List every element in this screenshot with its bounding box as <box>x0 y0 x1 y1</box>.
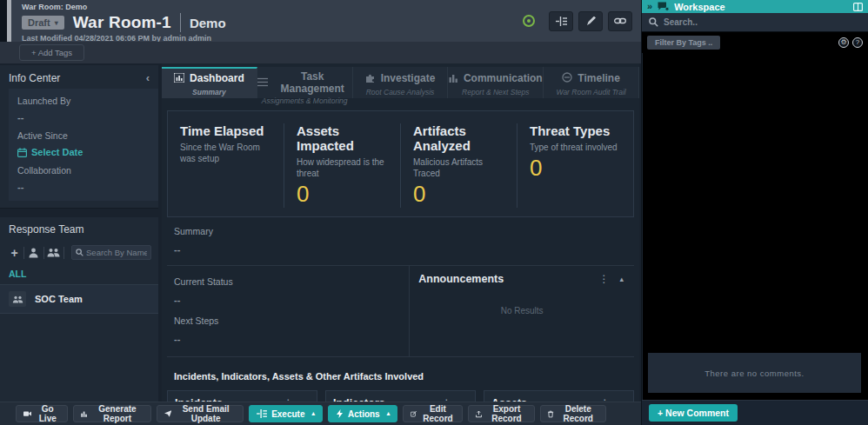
info-sidebar: Info Center ‹ Launched By -- Active Sinc… <box>0 65 158 402</box>
title-divider <box>180 13 181 32</box>
info-center-panel: Info Center ‹ Launched By -- Active Sinc… <box>0 65 158 209</box>
add-tags-button[interactable]: + Add Tags <box>19 44 84 61</box>
person-icon[interactable] <box>28 248 39 258</box>
kebab-menu-icon[interactable]: ⋮ <box>590 273 618 285</box>
tab-investigate[interactable]: Investigate Root Cause Analysis <box>353 67 449 98</box>
stat-artifacts-analyzed: Artifacts Analyzed Malicious Artifacts T… <box>400 123 517 208</box>
info-fields: Launched By -- Active Since Select Date … <box>9 89 158 201</box>
team-search-box[interactable] <box>71 245 151 260</box>
status-announcements-row: Current Status -- Next Steps -- Announce… <box>167 266 634 357</box>
announcements-panel: Announcements ⋮ ▴ No Results <box>410 266 634 356</box>
trash-icon <box>548 409 553 419</box>
new-comment-button[interactable]: + New Comment <box>649 404 738 422</box>
timeline-icon <box>562 70 572 86</box>
status-indicator-icon <box>523 15 535 27</box>
pencil-icon <box>586 17 596 26</box>
delete-record-button[interactable]: Delete Record <box>540 405 606 422</box>
record-actions: Edit Record Export Record Delete Record <box>403 405 632 422</box>
tab-task-management[interactable]: Task Management Assignments & Monitoring <box>257 67 353 98</box>
assets-panel: Assets ⋮ ▴ No Results <box>484 390 634 402</box>
tab-timeline[interactable]: Timeline War Room Audit Trail <box>544 67 639 98</box>
gear-icon[interactable]: ⚙ <box>838 37 849 48</box>
war-room-cli-button[interactable] <box>549 11 573 31</box>
edit-icon <box>411 409 417 418</box>
team-group-icon <box>9 291 26 307</box>
war-room-header: War Room: Demo Draft ▾ War Room-1 Demo L… <box>0 0 641 42</box>
help-icon[interactable]: ? <box>852 37 863 48</box>
header-main: War Room: Demo Draft ▾ War Room-1 Demo L… <box>11 0 523 42</box>
field-value: -- <box>17 182 150 192</box>
team-list-item[interactable]: SOC Team <box>0 284 158 314</box>
go-live-button[interactable]: Go Live <box>16 405 68 422</box>
send-email-update-button[interactable]: Send Email Update <box>157 405 244 422</box>
cli-icon <box>556 17 567 26</box>
calendar-icon <box>17 148 27 157</box>
field-label: Active Since <box>17 130 150 141</box>
workspace-search-bar[interactable] <box>642 13 868 32</box>
layout-columns-icon[interactable] <box>853 3 863 11</box>
export-record-button[interactable]: Export Record <box>468 405 536 422</box>
response-team-title: Response Team <box>9 223 84 236</box>
team-search-input[interactable] <box>86 248 147 257</box>
stat-threat-types: Threat Types Type of threat involved 0 <box>517 123 633 208</box>
workspace-title: Workspace <box>674 2 848 12</box>
response-team-panel: Response Team + ALL <box>0 217 158 425</box>
select-date-link[interactable]: Select Date <box>17 147 150 157</box>
task-list-icon <box>257 75 268 90</box>
dashboard-content: Time Elapsed Since the War Room was setu… <box>162 98 639 402</box>
copy-link-button[interactable] <box>608 11 632 31</box>
stats-panel: Time Elapsed Since the War Room was setu… <box>167 110 634 217</box>
field-label: Collaboration <box>17 165 150 176</box>
send-icon <box>164 409 171 418</box>
status-badge-label: Draft <box>28 17 50 28</box>
page-title: War Room-1 <box>73 13 171 32</box>
incidents-panel: Incidents ⋮ ▴ No Results <box>167 390 317 402</box>
war-room-main-region: War Room: Demo Draft ▾ War Room-1 Demo L… <box>0 0 641 425</box>
info-center-title: Info Center <box>9 72 60 84</box>
workspace-panel: » Workspace Filter By Tags .. ⚙ ? There … <box>642 0 868 425</box>
action-toolbar: Go Live Generate Report Send Email Updat… <box>0 402 641 425</box>
collapse-sidebar-icon[interactable]: ‹ <box>146 71 150 84</box>
export-icon <box>476 409 482 419</box>
search-icon <box>76 249 83 256</box>
header-actions <box>523 0 641 42</box>
tags-row: + Add Tags <box>0 42 641 63</box>
filter-all-link[interactable]: ALL <box>0 265 158 284</box>
header-left-gutter <box>0 0 7 42</box>
add-member-icon[interactable]: + <box>9 246 20 260</box>
workspace-search-input[interactable] <box>664 17 861 27</box>
caret-down-icon: ▾ <box>55 19 58 27</box>
summary-section: Summary -- <box>167 217 634 266</box>
generate-report-button[interactable]: Generate Report <box>73 405 151 422</box>
video-icon <box>23 410 31 417</box>
chart-icon <box>81 409 88 418</box>
cli-icon <box>257 409 267 418</box>
status-column: Current Status -- Next Steps -- <box>167 266 410 356</box>
tab-communication[interactable]: Communication Report & Next Steps <box>448 67 544 98</box>
tab-dashboard[interactable]: Dashboard Summary <box>162 67 257 98</box>
search-icon <box>649 17 658 27</box>
collapse-workspace-icon[interactable]: » <box>647 2 652 11</box>
workspace-header: » Workspace <box>642 0 868 13</box>
breadcrumb: War Room: Demo <box>22 3 523 11</box>
dashboard-main: Dashboard Summary Task Management Assign… <box>162 63 639 402</box>
tab-bar: Dashboard Summary Task Management Assign… <box>162 67 639 98</box>
field-label: Launched By <box>17 96 150 106</box>
actions-button[interactable]: Actions ▴ <box>328 405 397 422</box>
edit-record-button[interactable]: Edit Record <box>403 405 463 422</box>
team-name: SOC Team <box>35 294 83 304</box>
stat-time-elapsed: Time Elapsed Since the War Room was setu… <box>168 123 284 208</box>
artifacts-heading: Incidents, Indicators, Assets & Other Ar… <box>167 357 634 390</box>
indicators-panel: Indicators ⋮ ▴ No Results <box>325 390 476 402</box>
edit-button[interactable] <box>578 11 603 31</box>
workspace-comments-area: There are no comments. <box>642 53 868 400</box>
link-icon <box>614 17 626 24</box>
group-icon[interactable] <box>47 248 60 257</box>
execute-button[interactable]: Execute ▴ <box>249 405 323 422</box>
status-badge-dropdown[interactable]: Draft ▾ <box>22 16 64 30</box>
dashboard-icon <box>174 70 184 86</box>
collapse-panel-icon[interactable]: ▴ <box>618 275 625 283</box>
stat-assets-impacted: Assets Impacted How widespread is the th… <box>284 123 400 208</box>
chat-icon <box>658 2 669 11</box>
filter-by-tags-button[interactable]: Filter By Tags .. <box>647 36 720 50</box>
